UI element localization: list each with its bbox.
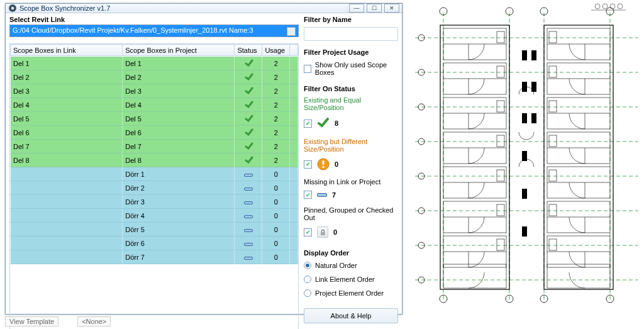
table-row[interactable]: Del 8Del 82 <box>11 153 298 167</box>
col-usage-header[interactable]: Usage <box>262 45 290 56</box>
check-icon <box>317 116 330 130</box>
cell-status <box>235 195 262 209</box>
cell-link <box>11 209 123 223</box>
svg-rect-55 <box>531 113 536 123</box>
status-equal-count: 8 <box>335 120 338 127</box>
cell-usage: 0 <box>262 209 290 223</box>
cell-usage: 0 <box>262 223 290 237</box>
order-link-radio[interactable] <box>304 276 311 283</box>
cell-project: Dörr 5 <box>123 223 235 237</box>
order-project-radio[interactable] <box>304 289 311 297</box>
minus-icon <box>244 243 253 246</box>
svg-point-4 <box>322 166 324 168</box>
minus-icon <box>317 193 327 197</box>
filter-by-name-label: Filter by Name <box>304 16 398 23</box>
table-row[interactable]: Del 7Del 72 <box>11 140 298 153</box>
table-row[interactable]: Dörr 10 <box>11 167 298 181</box>
minus-icon <box>244 174 253 177</box>
maximize-button[interactable]: ☐ <box>367 4 382 13</box>
minus-icon <box>244 201 253 204</box>
status-pinned-checkbox[interactable]: ✔ <box>304 228 312 237</box>
cell-usage: 0 <box>262 250 290 264</box>
cell-project: Del 7 <box>123 140 235 153</box>
cell-status <box>235 126 262 140</box>
cell-usage: 2 <box>262 57 290 70</box>
col-project-header[interactable]: Scope Boxes in Project <box>123 45 235 56</box>
cell-status <box>235 57 262 70</box>
status-equal-checkbox[interactable]: ✔ <box>304 120 312 128</box>
check-icon <box>245 114 252 121</box>
check-icon <box>245 59 252 66</box>
svg-rect-54 <box>531 82 536 92</box>
minimize-button[interactable]: — <box>349 4 364 13</box>
lock-icon <box>317 226 328 238</box>
cell-link: Del 7 <box>11 140 123 153</box>
cell-project: Dörr 2 <box>123 181 235 195</box>
table-row[interactable]: Del 5Del 52 <box>11 112 298 126</box>
cell-project: Del 2 <box>123 70 235 84</box>
about-help-button[interactable]: About & Help <box>304 308 398 323</box>
minus-icon <box>244 187 253 191</box>
title-bar[interactable]: Scope Box Synchronizer v1.7 — ☐ ✕ <box>6 4 402 13</box>
cell-link: Del 2 <box>11 70 123 84</box>
minus-icon <box>244 215 253 218</box>
col-status-header[interactable]: Status <box>235 45 262 56</box>
cell-link <box>11 223 123 237</box>
table-row[interactable]: Dörr 60 <box>11 237 298 250</box>
status-diff-checkbox[interactable]: ✔ <box>304 160 312 169</box>
check-icon <box>245 155 252 163</box>
table-row[interactable]: Dörr 40 <box>11 209 298 223</box>
cell-link: Del 1 <box>11 57 123 70</box>
table-row[interactable]: Dörr 30 <box>11 195 298 209</box>
table-row[interactable]: Dörr 50 <box>11 223 298 237</box>
cell-status <box>235 98 262 112</box>
table-row[interactable]: Dörr 20 <box>11 181 298 195</box>
cell-status <box>235 209 262 223</box>
status-missing-checkbox[interactable]: ✔ <box>304 191 312 199</box>
cell-usage: 2 <box>262 140 290 153</box>
svg-rect-47 <box>522 50 527 60</box>
cell-project: Del 4 <box>123 98 235 112</box>
order-project-label: Project Element Order <box>315 289 384 297</box>
cell-usage: 2 <box>262 153 290 167</box>
cell-usage: 2 <box>262 126 290 140</box>
floor-plan-view[interactable] <box>409 0 644 315</box>
select-link-label: Select Revit Link <box>9 16 299 23</box>
cell-status <box>235 140 262 153</box>
status-diff-count: 0 <box>335 160 338 168</box>
filter-name-input[interactable] <box>304 27 398 41</box>
minus-icon <box>244 229 253 232</box>
svg-rect-3 <box>323 160 325 165</box>
minus-icon <box>244 257 253 260</box>
table-row[interactable]: Del 6Del 62 <box>11 126 298 140</box>
window-title: Scope Box Synchronizer v1.7 <box>19 4 349 12</box>
cell-usage: 2 <box>262 98 290 112</box>
svg-rect-51 <box>522 189 527 199</box>
dropdown-value: G:/04 Cloud/Dropbox/Revit Projekt/Kv.Fal… <box>13 26 253 34</box>
cell-status <box>235 223 262 237</box>
table-row[interactable]: Del 3Del 32 <box>11 84 298 98</box>
order-natural-radio[interactable] <box>304 262 311 269</box>
table-row[interactable]: Del 2Del 22 <box>11 70 298 84</box>
cell-link: Del 6 <box>11 126 123 140</box>
cell-project: Dörr 6 <box>123 237 235 250</box>
cell-status <box>235 250 262 264</box>
cell-link: Del 5 <box>11 112 123 126</box>
table-row[interactable]: Del 1Del 12 <box>11 57 298 70</box>
close-window-button[interactable]: ✕ <box>384 4 399 13</box>
view-template-value: <None> <box>77 316 111 326</box>
show-only-used-checkbox[interactable] <box>304 65 311 73</box>
col-link-header[interactable]: Scope Boxes in Link <box>11 45 123 56</box>
cell-usage: 2 <box>262 70 290 84</box>
cell-link <box>11 167 123 181</box>
check-icon <box>245 72 252 80</box>
table-row[interactable]: Dörr 70 <box>11 250 298 264</box>
revit-link-dropdown[interactable]: G:/04 Cloud/Dropbox/Revit Projekt/Kv.Fal… <box>9 25 299 37</box>
svg-rect-5 <box>321 232 325 235</box>
main-window: Scope Box Synchronizer v1.7 — ☐ ✕ Select… <box>5 3 402 315</box>
order-natural-label: Natural Order <box>315 262 357 269</box>
status-diff-label: Existing but Different Size/Position <box>304 138 398 153</box>
status-equal-label: Existing and Equal Size/Position <box>304 96 398 111</box>
display-order-label: Display Order <box>304 249 398 257</box>
table-row[interactable]: Del 4Del 42 <box>11 98 298 112</box>
